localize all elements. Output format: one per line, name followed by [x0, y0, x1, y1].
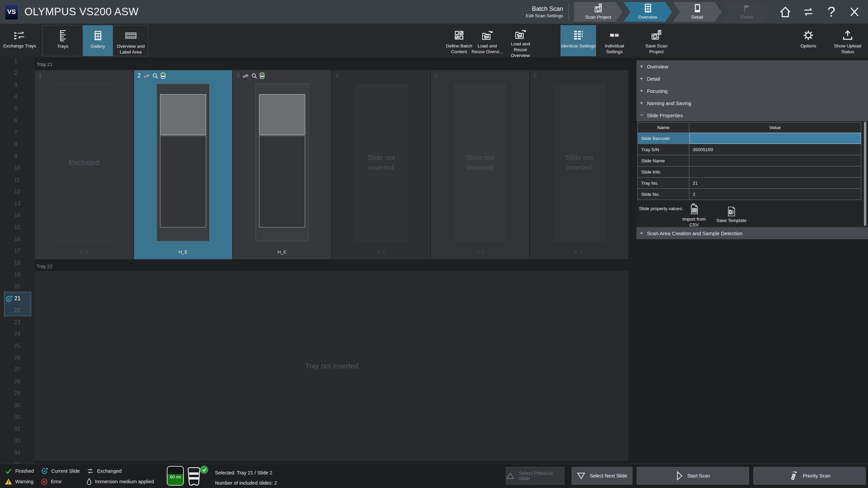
current-tray-icon: [5, 295, 12, 302]
workflow-step-overview[interactable]: Overview: [624, 2, 672, 22]
tray-number-27[interactable]: 27: [0, 364, 35, 375]
workflow-step-detail[interactable]: Detail: [673, 2, 722, 22]
tray-number-26[interactable]: 26: [0, 352, 35, 364]
folder-reuse-icon: [514, 28, 527, 40]
tray-number-14[interactable]: 14: [0, 209, 35, 221]
slide-number: 4: [335, 72, 339, 79]
tray-number-label: 26: [14, 355, 20, 361]
tray-number-12[interactable]: 12: [0, 186, 35, 198]
slide-cell-2[interactable]: 2H_E: [134, 70, 233, 259]
window-icons: ?: [778, 4, 862, 20]
section-detail[interactable]: + Detail: [636, 73, 868, 85]
property-row-tray-s-n[interactable]: Tray S/N35005150: [638, 144, 861, 155]
view-button-trays[interactable]: Trays: [43, 25, 83, 56]
start-scan-button[interactable]: Start Scan: [636, 467, 749, 485]
tray-number-11[interactable]: 11: [0, 174, 35, 186]
priority-scan-button[interactable]: Priority Scan: [753, 467, 866, 485]
section-slide-properties[interactable]: − Slide Properties: [636, 109, 868, 121]
property-row-slide-barcode[interactable]: Slide Barcode: [638, 133, 861, 144]
close-button[interactable]: [847, 4, 862, 20]
property-value[interactable]: [689, 166, 861, 178]
exchange-trays-button[interactable]: Exchange Trays: [3, 25, 37, 56]
tray-number-24[interactable]: 24: [0, 328, 35, 340]
toolbar-button-individual-settings[interactable]: Individual Settings: [596, 25, 633, 56]
toolbar-button-save-scan-project[interactable]: Save Scan Project: [639, 25, 674, 56]
import-from-csv-button[interactable]: Import from CSV: [678, 203, 710, 228]
property-value[interactable]: 35005150: [689, 144, 861, 155]
slide-cell-4[interactable]: 4Slide not insertedH_E: [332, 70, 431, 259]
property-row-slide-no-[interactable]: Slide No.2: [638, 189, 861, 200]
view-button-overview-and-label-area[interactable]: Overview and Label Area: [113, 25, 149, 56]
help-button[interactable]: ?: [824, 4, 839, 20]
slide-thumbnail[interactable]: [157, 84, 210, 241]
tray-number-33[interactable]: 33: [0, 435, 35, 447]
slide-scan-area[interactable]: [160, 136, 206, 227]
tray-number-31[interactable]: 31: [0, 411, 35, 423]
tray-number-6[interactable]: 6: [0, 115, 35, 126]
workflow-step-finish[interactable]: Finish: [723, 2, 771, 22]
tray-number-17[interactable]: 17: [0, 245, 35, 257]
tray-number-19[interactable]: 19: [0, 269, 35, 281]
property-row-slide-info[interactable]: Slide Info: [638, 166, 861, 178]
tray-number-15[interactable]: 15: [0, 221, 35, 233]
tray-number-22[interactable]: 22: [0, 304, 35, 316]
property-row-slide-name[interactable]: Slide Name: [638, 155, 861, 166]
toolbar-button-load-and-reuse-overview[interactable]: Load and Reuse Overview: [504, 25, 537, 56]
show-upload-status-button[interactable]: Show Upload Status: [830, 25, 865, 56]
identical-icon: [573, 28, 584, 42]
property-row-tray-no-[interactable]: Tray No.21: [638, 178, 861, 189]
tray-number-10[interactable]: 10: [0, 162, 35, 174]
toolbar-button-identical-settings[interactable]: Identical Settings: [560, 25, 596, 56]
tray-number-34[interactable]: 34: [0, 447, 35, 459]
save-template-button[interactable]: Save Template: [714, 206, 749, 224]
switch-application-button[interactable]: [801, 4, 816, 20]
tray-number-1[interactable]: 1: [0, 55, 35, 67]
tray-number-5[interactable]: 5: [0, 103, 35, 115]
tray-number-32[interactable]: 32: [0, 423, 35, 435]
section-naming-and-saving[interactable]: + Naming and Saving: [636, 97, 868, 109]
tray-number-25[interactable]: 25: [0, 340, 35, 352]
slide-cell-6[interactable]: 6Slide not insertedH_E: [530, 70, 628, 259]
view-button-gallery[interactable]: Gallery: [83, 25, 113, 56]
tray-number-18[interactable]: 18: [0, 257, 35, 269]
tray-number-21[interactable]: 21: [0, 292, 35, 304]
tray-number-3[interactable]: 3: [0, 79, 35, 91]
slide-cell-5[interactable]: 5Slide not insertedH_E: [431, 70, 530, 259]
home-button[interactable]: [778, 4, 793, 20]
tray-number-7[interactable]: 7: [0, 126, 35, 138]
property-value[interactable]: 2: [689, 189, 861, 200]
tray-number-30[interactable]: 30: [0, 399, 35, 411]
tray-number-23[interactable]: 23: [0, 316, 35, 328]
property-value[interactable]: 21: [689, 178, 861, 189]
button-label: Priority Scan: [803, 473, 830, 479]
tray-number-9[interactable]: 9: [0, 150, 35, 162]
tray-22-area: Tray not inserted: [35, 271, 628, 461]
property-value[interactable]: [689, 133, 861, 144]
section-overview[interactable]: + Overview: [636, 60, 868, 73]
tray-number-4[interactable]: 4: [0, 91, 35, 103]
slide-cell-3[interactable]: 3H_E: [233, 70, 332, 259]
section-focusing[interactable]: + Focusing: [636, 85, 868, 97]
tray-number-13[interactable]: 13: [0, 198, 35, 209]
options-button[interactable]: Options: [793, 25, 824, 56]
section-label: Detail: [647, 76, 660, 82]
property-value[interactable]: [689, 155, 861, 166]
select-next-slide-button[interactable]: Select Next Slide: [571, 467, 633, 485]
error-icon: [41, 478, 48, 485]
tray-number-28[interactable]: 28: [0, 375, 35, 387]
panel-scrollbar[interactable]: [864, 122, 866, 226]
slide-thumbnail[interactable]: [256, 84, 309, 241]
workflow-step-scan-project[interactable]: Scan Project: [574, 2, 623, 22]
tray-number-label: 14: [14, 212, 20, 219]
tray-number-29[interactable]: 29: [0, 387, 35, 399]
toolbar-button-load-and-reuse-overvi[interactable]: Load and Reuse Overvi...: [471, 25, 504, 56]
tray-number-16[interactable]: 16: [0, 233, 35, 245]
section-scan-area-creation[interactable]: + Scan Area Creation and Sample Detectio…: [636, 227, 868, 239]
section-label: Focusing: [647, 88, 668, 94]
tray-number-20[interactable]: 20: [0, 281, 35, 292]
slide-cell-1[interactable]: 1ExcludedH_E: [35, 70, 134, 259]
select-previous-slide-button[interactable]: Select Previous Slide: [506, 467, 565, 485]
slide-scan-area[interactable]: [259, 136, 305, 227]
tray-number-2[interactable]: 2: [0, 67, 35, 79]
tray-number-8[interactable]: 8: [0, 138, 35, 150]
